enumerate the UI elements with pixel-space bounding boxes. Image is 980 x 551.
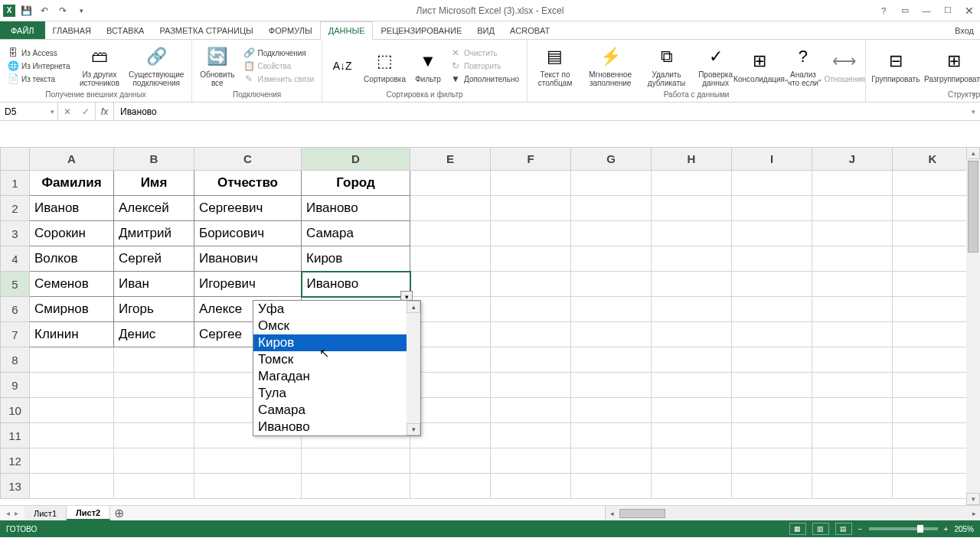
confirm-edit-icon[interactable]: ✓ bbox=[77, 106, 95, 117]
cell[interactable] bbox=[491, 322, 571, 347]
cell[interactable] bbox=[652, 196, 732, 221]
cell[interactable] bbox=[893, 423, 973, 448]
view-normal-icon[interactable]: ▦ bbox=[789, 523, 806, 535]
cell[interactable] bbox=[571, 196, 652, 221]
dropdown-item[interactable]: Киров bbox=[253, 334, 407, 351]
vscroll-thumb[interactable] bbox=[968, 161, 978, 253]
cell[interactable] bbox=[732, 246, 812, 272]
row-header[interactable]: 1 bbox=[1, 171, 30, 196]
dropdown-item[interactable]: Омск bbox=[253, 318, 407, 334]
cell[interactable] bbox=[571, 272, 652, 297]
scroll-down-icon[interactable]: ▾ bbox=[966, 493, 980, 505]
cell[interactable] bbox=[812, 171, 893, 196]
cell[interactable] bbox=[491, 448, 571, 474]
cell[interactable] bbox=[893, 221, 973, 246]
cell[interactable] bbox=[571, 297, 652, 322]
close-icon[interactable]: ✕ bbox=[959, 2, 980, 19]
cell[interactable] bbox=[571, 474, 652, 499]
cell[interactable] bbox=[652, 297, 732, 322]
cell[interactable] bbox=[410, 196, 491, 221]
qat-redo-icon[interactable]: ↷ bbox=[55, 3, 70, 18]
data-validation-button[interactable]: ✓ Проверка данных bbox=[694, 43, 738, 89]
cell[interactable]: Волков bbox=[30, 246, 114, 272]
cell[interactable] bbox=[652, 171, 732, 196]
cell[interactable] bbox=[571, 448, 652, 474]
minimize-icon[interactable]: — bbox=[916, 2, 937, 19]
cell[interactable] bbox=[812, 474, 893, 499]
cell[interactable]: Сорокин bbox=[30, 221, 114, 246]
from-text-button[interactable]: 📄Из текста bbox=[5, 73, 74, 85]
row-header[interactable]: 4 bbox=[1, 246, 30, 272]
cell[interactable] bbox=[893, 398, 973, 423]
qat-save-icon[interactable]: 💾 bbox=[18, 3, 34, 18]
refresh-all-button[interactable]: 🔄 Обновить все bbox=[197, 43, 237, 89]
tab-home[interactable]: ГЛАВНАЯ bbox=[45, 21, 99, 39]
dropdown-item[interactable]: Магадан bbox=[253, 368, 407, 385]
column-header[interactable]: C bbox=[194, 148, 302, 171]
formula-input[interactable]: Иваново bbox=[114, 103, 966, 120]
row-header[interactable]: 6 bbox=[1, 297, 30, 322]
cell[interactable] bbox=[652, 448, 732, 474]
cell[interactable] bbox=[30, 398, 114, 423]
sheet-nav-prev-icon[interactable]: ◂ bbox=[5, 509, 11, 517]
cell[interactable] bbox=[812, 196, 893, 221]
vertical-scrollbar[interactable]: ▴ ▾ bbox=[966, 147, 980, 505]
dropdown-scroll-down-icon[interactable]: ▾ bbox=[407, 423, 420, 435]
cell[interactable] bbox=[491, 423, 571, 448]
cell[interactable]: Киров bbox=[302, 246, 410, 272]
cell[interactable] bbox=[571, 221, 652, 246]
cell[interactable]: Сергей bbox=[114, 246, 194, 272]
connections-button[interactable]: 🔗Подключения bbox=[240, 47, 317, 59]
cell[interactable] bbox=[491, 246, 571, 272]
cell[interactable] bbox=[410, 373, 491, 398]
cell[interactable] bbox=[893, 347, 973, 373]
cell[interactable] bbox=[30, 474, 114, 499]
cell[interactable] bbox=[491, 196, 571, 221]
cell[interactable] bbox=[812, 448, 893, 474]
remove-duplicates-button[interactable]: ⧉ Удалить дубликаты bbox=[642, 43, 690, 89]
cell[interactable] bbox=[114, 373, 194, 398]
column-header[interactable]: J bbox=[812, 148, 893, 171]
cell[interactable] bbox=[114, 423, 194, 448]
cell[interactable]: Игорь bbox=[114, 297, 194, 322]
cell[interactable]: Игоревич bbox=[194, 272, 302, 297]
cell[interactable] bbox=[571, 246, 652, 272]
view-page-layout-icon[interactable]: ▥ bbox=[812, 523, 829, 535]
cell[interactable] bbox=[410, 246, 491, 272]
tab-acrobat[interactable]: ACROBAT bbox=[502, 21, 557, 39]
from-access-button[interactable]: 🗄Из Access bbox=[5, 47, 74, 59]
cell[interactable] bbox=[732, 272, 812, 297]
spreadsheet-grid[interactable]: ABCDEFGHIJK1ФамилияИмяОтчествоГород2Иван… bbox=[0, 147, 980, 505]
hscroll-left-icon[interactable]: ◂ bbox=[606, 510, 618, 517]
cell[interactable] bbox=[732, 474, 812, 499]
cell[interactable] bbox=[652, 474, 732, 499]
cell[interactable] bbox=[893, 322, 973, 347]
cell[interactable] bbox=[893, 474, 973, 499]
cell[interactable]: Смирнов bbox=[30, 297, 114, 322]
cell[interactable] bbox=[410, 272, 491, 297]
cell[interactable] bbox=[30, 373, 114, 398]
column-header[interactable]: G bbox=[571, 148, 652, 171]
tab-page-layout[interactable]: РАЗМЕТКА СТРАНИЦЫ bbox=[152, 21, 260, 39]
from-other-sources-button[interactable]: 🗃 Из других источников bbox=[77, 43, 123, 89]
cell[interactable] bbox=[732, 171, 812, 196]
dropdown-item[interactable]: Иваново bbox=[253, 419, 407, 435]
zoom-slider[interactable] bbox=[869, 527, 938, 530]
cell[interactable] bbox=[812, 373, 893, 398]
row-header[interactable]: 10 bbox=[1, 398, 30, 423]
filter-button[interactable]: ▼ Фильтр bbox=[412, 47, 444, 85]
cell[interactable] bbox=[812, 322, 893, 347]
text-to-columns-button[interactable]: ▤ Текст по столбцам bbox=[532, 43, 578, 89]
cell[interactable] bbox=[571, 373, 652, 398]
what-if-button[interactable]: ? Анализ "что если" bbox=[781, 43, 825, 89]
cell[interactable] bbox=[410, 171, 491, 196]
tab-formulas[interactable]: ФОРМУЛЫ bbox=[261, 21, 320, 39]
cell[interactable]: Иванов bbox=[30, 196, 114, 221]
cell[interactable] bbox=[410, 474, 491, 499]
dropdown-item[interactable]: Томск bbox=[253, 351, 407, 368]
cell[interactable] bbox=[732, 448, 812, 474]
cell[interactable] bbox=[893, 246, 973, 272]
cell[interactable] bbox=[732, 347, 812, 373]
cell[interactable] bbox=[812, 297, 893, 322]
cell[interactable] bbox=[812, 398, 893, 423]
